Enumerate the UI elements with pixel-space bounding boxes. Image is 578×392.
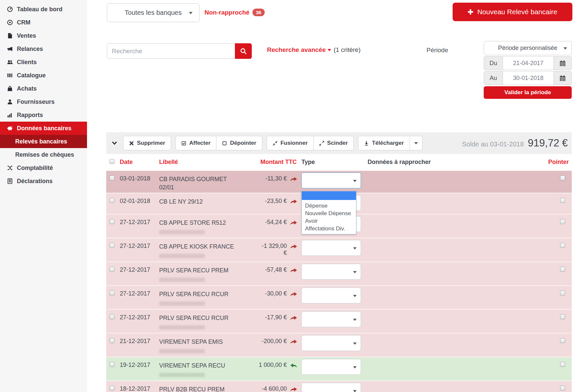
period-panel: Période personnalisée Du 21-04-2017 Au 3… <box>484 41 572 99</box>
row-label: PRLV SEPA RECU PREM <box>159 266 258 275</box>
type-option[interactable] <box>302 191 356 200</box>
unmark-button[interactable]: Dépointer <box>216 136 262 150</box>
sidebar-item-rapports[interactable]: Rapports <box>0 108 87 122</box>
redacted-text <box>159 278 205 282</box>
row-label: VIREMENT SEPA EMIS <box>159 338 258 346</box>
row-select-checkbox[interactable] <box>110 314 114 319</box>
split-button[interactable]: Scinder <box>314 136 354 150</box>
row-type-select[interactable] <box>301 264 361 280</box>
assign-button[interactable]: Affecter <box>175 136 216 150</box>
assign-label: Affecter <box>189 140 210 146</box>
row-point-checkbox[interactable] <box>560 314 565 319</box>
sidebar-item-declarations[interactable]: Déclarations <box>0 175 87 188</box>
row-type-select[interactable] <box>301 311 361 327</box>
search-icon <box>240 48 247 55</box>
row-type-select[interactable] <box>301 173 361 188</box>
row-point-checkbox[interactable] <box>560 338 565 343</box>
outflow-arrow-icon <box>290 220 297 225</box>
row-select-checkbox[interactable] <box>110 291 114 295</box>
row-point-checkbox[interactable] <box>560 267 565 272</box>
row-reconcile-cell <box>368 215 560 238</box>
delete-button[interactable]: Supprimer <box>123 136 171 150</box>
outflow-arrow-icon <box>290 387 297 392</box>
search-input[interactable] <box>107 43 235 59</box>
sidebar-item-label: Comptabilité <box>17 165 53 172</box>
row-label: VIREMENT SEPA RECU <box>159 362 258 370</box>
row-select-checkbox[interactable] <box>110 219 114 224</box>
sidebar-item-achats[interactable]: Achats <box>0 82 87 95</box>
period-preset-select[interactable]: Période personnalisée <box>484 41 572 55</box>
row-type-select[interactable] <box>301 383 361 392</box>
unreconciled-filter[interactable]: Non-rapproché 36 <box>204 9 265 16</box>
validate-period-button[interactable]: Valider la période <box>484 86 572 99</box>
type-option[interactable]: Affectations Div. <box>302 225 356 232</box>
balance: Solde au 03-01-2018 919,72 € <box>462 137 572 149</box>
to-date-input[interactable]: 30-01-2018 <box>503 71 554 85</box>
new-statement-button[interactable]: Nouveau Relevé bancaire <box>453 3 572 21</box>
caret-down-icon <box>353 247 357 250</box>
table-row: 27-12-2017 PRLV SEPA RECU RCUR -17,90 € <box>106 309 572 333</box>
sidebar-item-comptabilite[interactable]: Comptabilité <box>0 161 87 175</box>
row-reconcile-cell <box>368 357 560 380</box>
merge-arrows-icon <box>273 141 278 146</box>
merge-button[interactable]: Fusionner <box>267 136 314 150</box>
row-point-checkbox[interactable] <box>560 362 565 367</box>
sidebar-item-crm[interactable]: CRM <box>0 16 87 29</box>
merge-label: Fusionner <box>281 140 308 146</box>
sidebar-item-donnees-bancaires[interactable]: Données bancaires <box>0 122 87 135</box>
table-row: 27-12-2017 PRLV SEPA RECU RCUR -30,00 € <box>106 285 572 309</box>
row-point-checkbox[interactable] <box>560 243 565 248</box>
sidebar-item-catalogue[interactable]: Catalogue <box>0 69 87 82</box>
download-options-button[interactable] <box>410 136 422 150</box>
sidebar-item-fournisseurs[interactable]: Fournisseurs <box>0 95 87 108</box>
caret-down-icon <box>353 319 357 321</box>
row-type-select[interactable] <box>301 335 361 351</box>
bank-filter-select[interactable]: Toutes les banques <box>107 3 200 22</box>
search-button[interactable] <box>235 43 252 59</box>
from-date-input[interactable]: 21-04-2017 <box>503 56 554 70</box>
row-point-checkbox[interactable] <box>560 198 565 203</box>
sidebar-item-label: Fournisseurs <box>17 98 55 105</box>
sidebar-item-remises-de-cheques[interactable]: Remises de chèques <box>0 148 87 161</box>
row-select-checkbox[interactable] <box>110 198 114 203</box>
row-type-select[interactable] <box>301 359 361 375</box>
redacted-text <box>159 254 205 258</box>
sidebar-item-clients[interactable]: Clients <box>0 56 87 69</box>
row-point-checkbox[interactable] <box>560 291 565 295</box>
sidebar-item-releves-bancaires[interactable]: Relevés bancaires <box>0 135 87 148</box>
row-label-line2: 02/01 <box>159 183 258 192</box>
row-point-checkbox[interactable] <box>560 219 565 224</box>
row-select-checkbox[interactable] <box>110 243 114 248</box>
unmark-label: Dépointer <box>230 140 256 146</box>
outflow-arrow-icon <box>290 292 297 296</box>
expand-chevron-icon[interactable] <box>111 141 117 145</box>
download-icon <box>364 141 369 146</box>
row-type-select[interactable] <box>301 240 361 256</box>
row-point-checkbox[interactable] <box>560 176 565 180</box>
row-select-checkbox[interactable] <box>110 362 114 367</box>
row-date: 27-12-2017 <box>120 243 150 249</box>
row-select-checkbox[interactable] <box>110 267 114 272</box>
type-option[interactable]: Avoir <box>302 217 356 225</box>
select-all-checkbox[interactable] <box>110 159 114 164</box>
row-select-checkbox[interactable] <box>110 338 114 343</box>
to-calendar-button[interactable] <box>554 71 572 85</box>
type-option[interactable]: Nouvelle Dépense <box>302 210 356 217</box>
from-calendar-button[interactable] <box>554 56 572 70</box>
download-button[interactable]: Télécharger <box>358 136 410 150</box>
row-point-checkbox[interactable] <box>560 386 565 391</box>
advanced-search-link[interactable]: Recherche avancée <box>267 46 331 54</box>
unreconciled-count-badge: 36 <box>252 9 265 16</box>
sidebar-item-ventes[interactable]: Ventes <box>0 29 87 42</box>
type-option[interactable]: Dépense <box>302 202 356 210</box>
row-select-checkbox[interactable] <box>110 176 114 180</box>
sidebar-item-tableau-de-bord[interactable]: Tableau de bord <box>0 3 87 16</box>
unreconciled-label: Non-rapproché <box>204 9 249 16</box>
table-row: 21-12-2017 VIREMENT SEPA EMIS -200,00 € <box>106 333 572 357</box>
outflow-arrow-icon <box>290 316 297 320</box>
row-amount: -23,50 € <box>265 198 287 204</box>
redacted-text <box>159 373 205 377</box>
row-select-checkbox[interactable] <box>110 386 114 391</box>
sidebar-item-relances[interactable]: Relances <box>0 42 87 56</box>
row-type-select[interactable] <box>301 288 361 303</box>
